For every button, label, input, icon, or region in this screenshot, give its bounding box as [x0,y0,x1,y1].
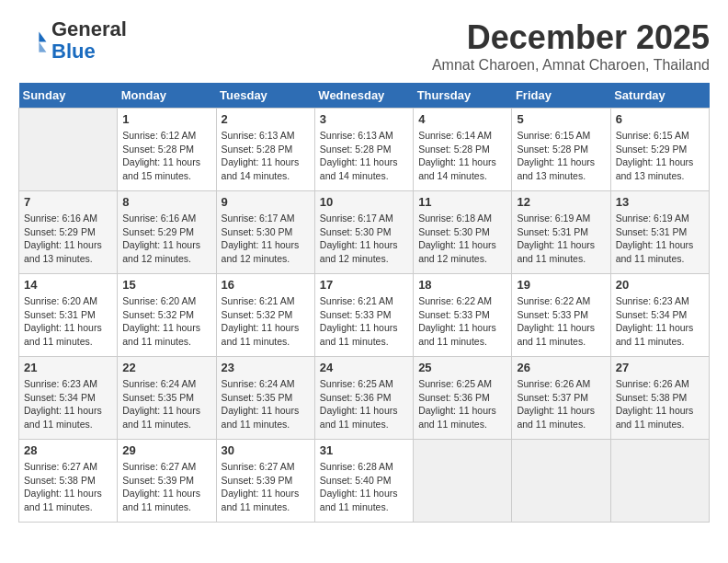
day-info: Sunrise: 6:20 AMSunset: 5:32 PMDaylight:… [122,294,210,349]
calendar-day-cell: 6Sunrise: 6:15 AMSunset: 5:29 PMDaylight… [610,109,709,191]
calendar-day-header: Tuesday [216,83,314,109]
logo-text: General Blue [51,18,127,63]
calendar-week-row: 1Sunrise: 6:12 AMSunset: 5:28 PMDaylight… [19,109,710,191]
calendar-day-cell: 24Sunrise: 6:25 AMSunset: 5:36 PMDayligh… [314,357,413,440]
calendar-day-cell: 17Sunrise: 6:21 AMSunset: 5:33 PMDayligh… [314,274,413,357]
calendar-week-row: 21Sunrise: 6:23 AMSunset: 5:34 PMDayligh… [19,357,710,440]
calendar-day-cell: 31Sunrise: 6:28 AMSunset: 5:40 PMDayligh… [314,440,413,523]
day-info: Sunrise: 6:23 AMSunset: 5:34 PMDaylight:… [616,294,704,349]
day-info: Sunrise: 6:25 AMSunset: 5:36 PMDaylight:… [320,377,408,431]
calendar-day-header: Friday [512,83,610,109]
day-number: 26 [517,361,605,374]
day-number: 7 [24,195,112,209]
day-number: 27 [616,361,704,374]
day-info: Sunrise: 6:16 AMSunset: 5:29 PMDaylight:… [24,212,112,266]
day-number: 28 [24,443,112,457]
calendar-day-cell: 7Sunrise: 6:16 AMSunset: 5:29 PMDaylight… [19,191,118,274]
day-number: 6 [616,112,704,126]
day-info: Sunrise: 6:26 AMSunset: 5:37 PMDaylight:… [517,377,605,431]
day-info: Sunrise: 6:22 AMSunset: 5:33 PMDaylight:… [418,294,506,349]
day-info: Sunrise: 6:27 AMSunset: 5:39 PMDaylight:… [122,460,210,514]
day-info: Sunrise: 6:18 AMSunset: 5:30 PMDaylight:… [418,212,506,266]
calendar-day-cell [414,440,512,523]
day-info: Sunrise: 6:23 AMSunset: 5:34 PMDaylight:… [24,377,112,431]
day-number: 31 [320,443,408,457]
calendar-day-cell: 26Sunrise: 6:26 AMSunset: 5:37 PMDayligh… [512,357,610,440]
calendar-day-cell: 5Sunrise: 6:15 AMSunset: 5:28 PMDaylight… [512,109,610,191]
day-info: Sunrise: 6:14 AMSunset: 5:28 PMDaylight:… [418,129,506,183]
day-info: Sunrise: 6:17 AMSunset: 5:30 PMDaylight:… [320,212,408,266]
location-subtitle: Amnat Charoen, Amnat Charoen, Thailand [432,57,710,74]
day-info: Sunrise: 6:21 AMSunset: 5:33 PMDaylight:… [320,294,408,349]
calendar-day-cell: 10Sunrise: 6:17 AMSunset: 5:30 PMDayligh… [314,191,413,274]
calendar-day-cell: 23Sunrise: 6:24 AMSunset: 5:35 PMDayligh… [216,357,314,440]
calendar-week-row: 14Sunrise: 6:20 AMSunset: 5:31 PMDayligh… [19,274,710,357]
day-number: 21 [24,361,112,374]
logo-blue: Blue [51,40,96,63]
calendar-day-cell: 18Sunrise: 6:22 AMSunset: 5:33 PMDayligh… [414,274,512,357]
day-number: 17 [320,278,408,292]
calendar-day-cell: 2Sunrise: 6:13 AMSunset: 5:28 PMDaylight… [216,109,314,191]
calendar-day-cell: 12Sunrise: 6:19 AMSunset: 5:31 PMDayligh… [512,191,610,274]
calendar-day-cell: 27Sunrise: 6:26 AMSunset: 5:38 PMDayligh… [610,357,709,440]
day-info: Sunrise: 6:19 AMSunset: 5:31 PMDaylight:… [616,212,704,266]
calendar-day-cell: 21Sunrise: 6:23 AMSunset: 5:34 PMDayligh… [19,357,118,440]
day-number: 24 [320,361,408,374]
day-info: Sunrise: 6:15 AMSunset: 5:29 PMDaylight:… [616,129,704,183]
calendar-day-cell [19,109,118,191]
day-number: 14 [24,278,112,292]
day-number: 4 [418,112,506,126]
day-info: Sunrise: 6:25 AMSunset: 5:36 PMDaylight:… [418,377,506,431]
calendar-day-cell: 9Sunrise: 6:17 AMSunset: 5:30 PMDaylight… [216,191,314,274]
title-block: December 2025 Amnat Charoen, Amnat Charo… [432,18,710,74]
day-number: 23 [222,361,310,374]
day-number: 15 [122,278,210,292]
day-info: Sunrise: 6:16 AMSunset: 5:29 PMDaylight:… [122,212,210,266]
day-number: 30 [222,443,310,457]
day-info: Sunrise: 6:24 AMSunset: 5:35 PMDaylight:… [122,377,210,431]
svg-marker-0 [39,32,46,42]
day-number: 9 [222,195,310,209]
day-number: 11 [418,195,506,209]
logo: General Blue [18,18,127,63]
day-info: Sunrise: 6:17 AMSunset: 5:30 PMDaylight:… [222,212,310,266]
calendar-day-header: Wednesday [314,83,413,109]
day-info: Sunrise: 6:27 AMSunset: 5:39 PMDaylight:… [222,460,310,514]
logo-general: General [51,17,127,40]
day-number: 29 [122,443,210,457]
logo-icon [18,26,48,55]
day-info: Sunrise: 6:24 AMSunset: 5:35 PMDaylight:… [222,377,310,431]
calendar-day-cell: 16Sunrise: 6:21 AMSunset: 5:32 PMDayligh… [216,274,314,357]
calendar-day-cell: 25Sunrise: 6:25 AMSunset: 5:36 PMDayligh… [414,357,512,440]
calendar-day-cell: 28Sunrise: 6:27 AMSunset: 5:38 PMDayligh… [19,440,118,523]
calendar-day-cell: 29Sunrise: 6:27 AMSunset: 5:39 PMDayligh… [118,440,216,523]
day-number: 8 [122,195,210,209]
calendar-day-cell: 4Sunrise: 6:14 AMSunset: 5:28 PMDaylight… [414,109,512,191]
calendar-day-header: Thursday [414,83,512,109]
day-number: 2 [222,112,310,126]
calendar-day-cell: 19Sunrise: 6:22 AMSunset: 5:33 PMDayligh… [512,274,610,357]
calendar-day-header: Monday [118,83,216,109]
calendar-day-cell: 14Sunrise: 6:20 AMSunset: 5:31 PMDayligh… [19,274,118,357]
page-header: General Blue December 2025 Amnat Charoen… [18,18,710,74]
calendar-day-cell: 13Sunrise: 6:19 AMSunset: 5:31 PMDayligh… [610,191,709,274]
calendar-header-row: SundayMondayTuesdayWednesdayThursdayFrid… [19,83,710,109]
calendar-day-cell [512,440,610,523]
calendar-day-cell: 8Sunrise: 6:16 AMSunset: 5:29 PMDaylight… [118,191,216,274]
calendar-day-cell: 1Sunrise: 6:12 AMSunset: 5:28 PMDaylight… [118,109,216,191]
day-number: 16 [222,278,310,292]
day-info: Sunrise: 6:12 AMSunset: 5:28 PMDaylight:… [122,129,210,183]
day-number: 3 [320,112,408,126]
calendar-day-cell: 3Sunrise: 6:13 AMSunset: 5:28 PMDaylight… [314,109,413,191]
day-number: 13 [616,195,704,209]
day-number: 18 [418,278,506,292]
day-info: Sunrise: 6:15 AMSunset: 5:28 PMDaylight:… [517,129,605,183]
month-year-title: December 2025 [432,18,710,57]
calendar-day-cell: 15Sunrise: 6:20 AMSunset: 5:32 PMDayligh… [118,274,216,357]
day-number: 1 [122,112,210,126]
day-info: Sunrise: 6:20 AMSunset: 5:31 PMDaylight:… [24,294,112,349]
calendar-day-header: Saturday [610,83,709,109]
day-number: 25 [418,361,506,374]
day-info: Sunrise: 6:19 AMSunset: 5:31 PMDaylight:… [517,212,605,266]
day-info: Sunrise: 6:28 AMSunset: 5:40 PMDaylight:… [320,460,408,514]
